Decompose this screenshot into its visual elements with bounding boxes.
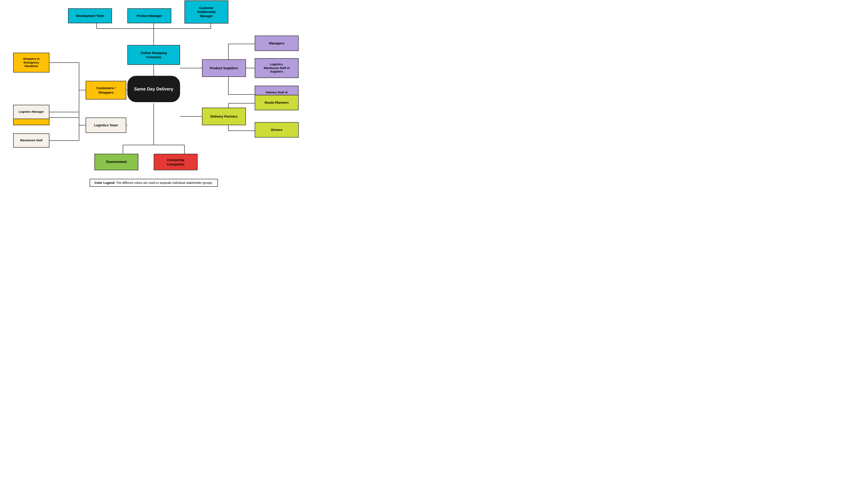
logistics-team-label: Logistics Team — [94, 123, 118, 127]
managers-label: Managers — [269, 41, 284, 45]
competing-companies-node: CompetingCompanies — [154, 154, 198, 170]
logistics-manager-label: Logistics Manager — [19, 110, 44, 114]
diagram-container: Same Day Delivery Online ShoppingCompany… — [0, 0, 308, 189]
product-suppliers-node: Product Suppliers — [202, 59, 246, 77]
legend-bold-text: Color Legend: — [94, 181, 115, 184]
shoppers-emergency-node: Shoppers inEmergencySituations — [13, 53, 49, 72]
customers-shoppers-node: Customers /Shoppers — [86, 81, 126, 100]
drivers-node: Drivers — [255, 122, 299, 137]
route-planners-node: Route Planners — [255, 95, 299, 110]
online-shopping-label: Online ShoppingCompany — [140, 51, 167, 59]
development-team-node: Development Team — [68, 8, 112, 23]
logistics-warehouse-suppliers-label: Logistics,Warehouse Staff ofSuppliers — [264, 62, 290, 74]
drivers-label: Drivers — [271, 128, 282, 132]
logistics-manager-node: Logistics Manager — [13, 105, 49, 119]
warehouse-staff-label: Warehouse Staff — [20, 139, 42, 143]
product-suppliers-label: Product Suppliers — [210, 66, 238, 70]
delivery-partners-label: Delivery Partners — [210, 114, 238, 118]
government-label: Government — [106, 160, 127, 164]
managers-node: Managers — [255, 36, 299, 51]
logistics-warehouse-suppliers-node: Logistics,Warehouse Staff ofSuppliers — [255, 58, 299, 78]
product-manager-label: Product Manager — [137, 14, 162, 18]
warehouse-staff-node: Warehouse Staff — [13, 133, 49, 148]
government-node: Government — [94, 154, 138, 170]
center-node: Same Day Delivery — [127, 76, 180, 102]
delivery-partners-node: Delivery Partners — [202, 107, 246, 125]
color-legend: Color Legend: The different colors are u… — [90, 179, 218, 187]
online-shopping-node: Online ShoppingCompany — [127, 45, 180, 65]
route-planners-label: Route Planners — [265, 100, 289, 105]
legend-text: The different colors are used to separat… — [115, 181, 213, 184]
customers-shoppers-label: Customers /Shoppers — [96, 86, 116, 94]
competing-companies-label: CompetingCompanies — [167, 158, 185, 166]
development-team-label: Development Team — [76, 14, 104, 18]
crm-label: CustomerRelationshipManager — [197, 6, 216, 18]
product-manager-node: Product Manager — [127, 8, 171, 23]
crm-node: CustomerRelationshipManager — [184, 0, 228, 23]
shoppers-emergency-label: Shoppers inEmergencySituations — [23, 57, 39, 68]
logistics-team-node: Logistics Team — [86, 117, 126, 133]
